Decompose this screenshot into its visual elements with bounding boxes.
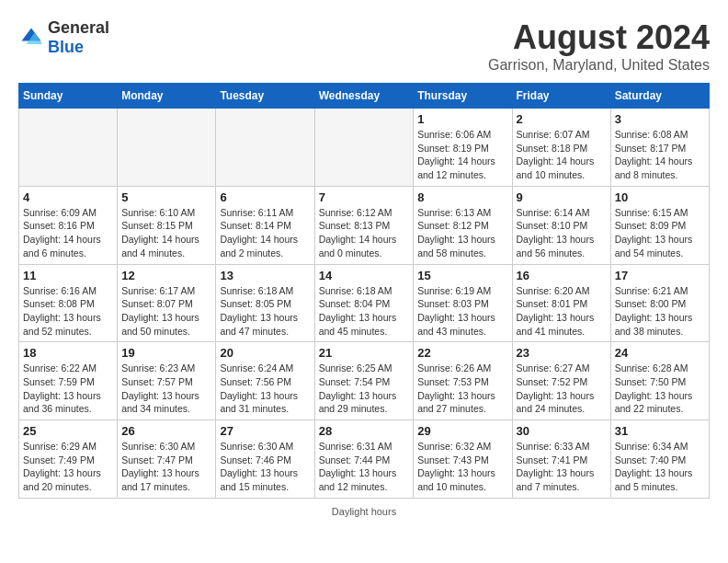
day-number: 5 [121,190,211,204]
day-info: Sunrise: 6:17 AM Sunset: 8:07 PM Dayligh… [121,284,211,339]
page-header: General Blue August 2024 Garrison, Maryl… [18,18,710,74]
day-number: 19 [121,346,211,360]
day-info: Sunrise: 6:18 AM Sunset: 8:05 PM Dayligh… [220,284,310,339]
day-cell-11: 11Sunrise: 6:16 AM Sunset: 8:08 PM Dayli… [19,264,118,342]
day-cell-24: 24Sunrise: 6:28 AM Sunset: 7:50 PM Dayli… [610,342,709,420]
day-info: Sunrise: 6:34 AM Sunset: 7:40 PM Dayligh… [615,440,705,494]
day-info: Sunrise: 6:30 AM Sunset: 7:46 PM Dayligh… [220,440,310,494]
day-number: 21 [319,346,410,360]
day-cell-22: 22Sunrise: 6:26 AM Sunset: 7:53 PM Dayli… [414,342,512,420]
day-number: 11 [23,269,113,282]
day-number: 27 [220,424,310,438]
day-info: Sunrise: 6:22 AM Sunset: 7:59 PM Dayligh… [23,362,113,416]
daylight-hours-label: Daylight hours [332,506,396,517]
day-info: Sunrise: 6:15 AM Sunset: 8:09 PM Dayligh… [615,206,705,260]
weekday-header-sunday: Sunday [19,84,118,109]
day-number: 10 [615,190,705,204]
day-cell-empty [314,109,414,187]
day-info: Sunrise: 6:08 AM Sunset: 8:17 PM Dayligh… [615,128,705,182]
day-info: Sunrise: 6:18 AM Sunset: 8:04 PM Dayligh… [319,284,410,339]
day-number: 1 [417,112,507,126]
day-cell-21: 21Sunrise: 6:25 AM Sunset: 7:54 PM Dayli… [314,342,414,420]
day-cell-empty [19,109,118,187]
day-cell-7: 7Sunrise: 6:12 AM Sunset: 8:13 PM Daylig… [314,186,414,264]
weekday-header-tuesday: Tuesday [216,84,314,109]
day-number: 7 [319,190,410,204]
day-info: Sunrise: 6:12 AM Sunset: 8:13 PM Dayligh… [319,206,410,260]
day-number: 30 [517,424,607,438]
day-info: Sunrise: 6:24 AM Sunset: 7:56 PM Dayligh… [220,362,310,416]
day-cell-15: 15Sunrise: 6:19 AM Sunset: 8:03 PM Dayli… [414,264,512,342]
day-number: 20 [220,346,310,360]
week-row-3: 11Sunrise: 6:16 AM Sunset: 8:08 PM Dayli… [19,264,710,342]
day-cell-19: 19Sunrise: 6:23 AM Sunset: 7:57 PM Dayli… [118,342,216,420]
calendar-table: SundayMondayTuesdayWednesdayThursdayFrid… [18,83,710,499]
day-info: Sunrise: 6:06 AM Sunset: 8:19 PM Dayligh… [417,128,507,182]
day-info: Sunrise: 6:10 AM Sunset: 8:15 PM Dayligh… [121,206,211,260]
day-info: Sunrise: 6:13 AM Sunset: 8:12 PM Dayligh… [417,206,507,260]
day-cell-29: 29Sunrise: 6:32 AM Sunset: 7:43 PM Dayli… [414,420,512,499]
day-cell-30: 30Sunrise: 6:33 AM Sunset: 7:41 PM Dayli… [512,420,610,499]
day-info: Sunrise: 6:29 AM Sunset: 7:49 PM Dayligh… [23,440,113,494]
logo-blue: Blue [48,38,84,56]
logo-icon [18,25,44,51]
day-number: 28 [319,424,410,438]
day-cell-3: 3Sunrise: 6:08 AM Sunset: 8:17 PM Daylig… [610,109,709,187]
day-cell-10: 10Sunrise: 6:15 AM Sunset: 8:09 PM Dayli… [610,186,709,264]
day-cell-empty [118,109,216,187]
day-number: 9 [517,190,607,204]
day-number: 8 [417,190,507,204]
day-number: 17 [615,269,705,282]
footer-note: Daylight hours [18,506,710,517]
weekday-header-thursday: Thursday [414,84,512,109]
day-info: Sunrise: 6:27 AM Sunset: 7:52 PM Dayligh… [517,362,607,416]
day-cell-28: 28Sunrise: 6:31 AM Sunset: 7:44 PM Dayli… [314,420,414,499]
day-cell-27: 27Sunrise: 6:30 AM Sunset: 7:46 PM Dayli… [216,420,314,499]
day-number: 31 [615,424,705,438]
day-cell-23: 23Sunrise: 6:27 AM Sunset: 7:52 PM Dayli… [512,342,610,420]
day-number: 12 [121,269,211,282]
day-info: Sunrise: 6:09 AM Sunset: 8:16 PM Dayligh… [23,206,113,260]
day-number: 25 [23,424,113,438]
day-info: Sunrise: 6:16 AM Sunset: 8:08 PM Dayligh… [23,284,113,339]
day-number: 14 [319,269,410,282]
week-row-2: 4Sunrise: 6:09 AM Sunset: 8:16 PM Daylig… [19,186,710,264]
logo-text: General Blue [48,18,109,57]
weekday-header-monday: Monday [118,84,216,109]
day-cell-6: 6Sunrise: 6:11 AM Sunset: 8:14 PM Daylig… [216,186,314,264]
logo: General Blue [18,18,109,57]
weekday-header-friday: Friday [512,84,610,109]
day-cell-25: 25Sunrise: 6:29 AM Sunset: 7:49 PM Dayli… [19,420,118,499]
day-cell-9: 9Sunrise: 6:14 AM Sunset: 8:10 PM Daylig… [512,186,610,264]
title-block: August 2024 Garrison, Maryland, United S… [488,18,710,74]
day-cell-2: 2Sunrise: 6:07 AM Sunset: 8:18 PM Daylig… [512,109,610,187]
day-number: 29 [417,424,507,438]
day-number: 24 [615,346,705,360]
logo-general: General [48,18,109,37]
day-cell-12: 12Sunrise: 6:17 AM Sunset: 8:07 PM Dayli… [118,264,216,342]
day-cell-31: 31Sunrise: 6:34 AM Sunset: 7:40 PM Dayli… [610,420,709,499]
day-cell-1: 1Sunrise: 6:06 AM Sunset: 8:19 PM Daylig… [414,109,512,187]
day-info: Sunrise: 6:31 AM Sunset: 7:44 PM Dayligh… [319,440,410,494]
day-number: 22 [417,346,507,360]
weekday-header-row: SundayMondayTuesdayWednesdayThursdayFrid… [19,84,710,109]
day-info: Sunrise: 6:26 AM Sunset: 7:53 PM Dayligh… [417,362,507,416]
day-info: Sunrise: 6:14 AM Sunset: 8:10 PM Dayligh… [517,206,607,260]
day-number: 6 [220,190,310,204]
week-row-5: 25Sunrise: 6:29 AM Sunset: 7:49 PM Dayli… [19,420,710,499]
day-cell-empty [216,109,314,187]
day-number: 16 [517,269,607,282]
day-cell-16: 16Sunrise: 6:20 AM Sunset: 8:01 PM Dayli… [512,264,610,342]
day-cell-26: 26Sunrise: 6:30 AM Sunset: 7:47 PM Dayli… [118,420,216,499]
weekday-header-saturday: Saturday [610,84,709,109]
day-number: 26 [121,424,211,438]
day-number: 13 [220,269,310,282]
day-cell-17: 17Sunrise: 6:21 AM Sunset: 8:00 PM Dayli… [610,264,709,342]
week-row-4: 18Sunrise: 6:22 AM Sunset: 7:59 PM Dayli… [19,342,710,420]
day-info: Sunrise: 6:28 AM Sunset: 7:50 PM Dayligh… [615,362,705,416]
day-number: 23 [517,346,607,360]
day-info: Sunrise: 6:30 AM Sunset: 7:47 PM Dayligh… [121,440,211,494]
day-number: 3 [615,112,705,126]
day-info: Sunrise: 6:07 AM Sunset: 8:18 PM Dayligh… [517,128,607,182]
week-row-1: 1Sunrise: 6:06 AM Sunset: 8:19 PM Daylig… [19,109,710,187]
